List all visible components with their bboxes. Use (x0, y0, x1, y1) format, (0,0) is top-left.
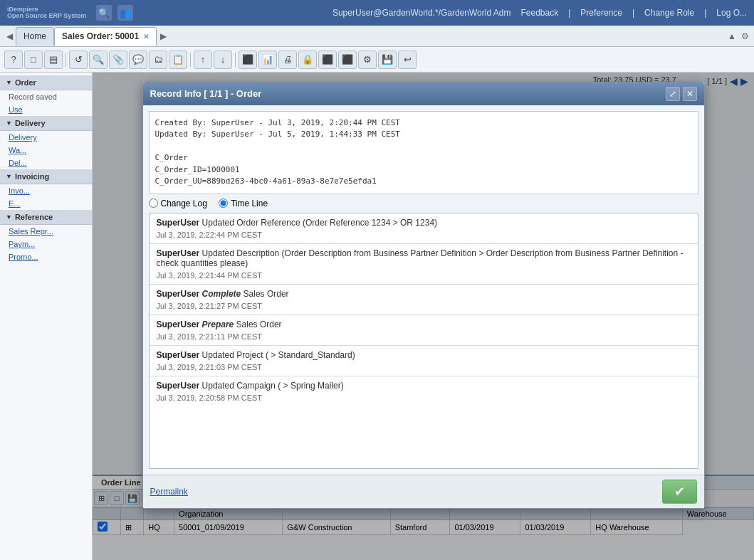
permalink-link[interactable]: Permalink (150, 487, 188, 497)
archive-button[interactable]: 🗂 (149, 51, 167, 69)
undo-button[interactable]: ↩ (398, 51, 417, 69)
section-delivery[interactable]: Delivery (0, 116, 92, 131)
modal-close-button[interactable]: ✕ (683, 87, 697, 101)
preference-link[interactable]: Preference (580, 8, 622, 18)
sidebar: Order Record saved Use Delivery Delivery… (0, 73, 93, 560)
search-icon[interactable]: 🔍 (96, 5, 112, 21)
find-button[interactable]: 🔍 (89, 51, 108, 69)
history-button[interactable]: 📋 (169, 51, 187, 69)
radio-time-line-input[interactable] (219, 199, 228, 208)
tab-right-arrow[interactable]: ▶ (157, 30, 169, 43)
feedback-link[interactable]: Feedback (520, 8, 558, 18)
ok-button[interactable]: ✔ (662, 480, 697, 504)
app-tagline: Open Source ERP System (7, 13, 86, 19)
event-item-1: SuperUser Updated Description (Order Des… (150, 244, 698, 285)
tab-sales-order[interactable]: Sales Order: 50001 ✕ (54, 27, 157, 46)
chart-button[interactable]: 📊 (258, 51, 277, 69)
user-info: SuperUser@GardenWorld.*/GardenWorld Adm (333, 8, 511, 18)
modal-maximize-button[interactable]: ⤢ (666, 87, 680, 101)
modal-header: Record Info [ 1/1 ] - Order ⤢ ✕ (143, 83, 704, 105)
chat-button[interactable]: 💬 (129, 51, 147, 69)
import-button[interactable]: ⬛ (338, 51, 357, 69)
payment-link[interactable]: Paym... (0, 238, 92, 250)
record-saved-label: Record saved (0, 90, 92, 103)
tab-bar: ◀ Home Sales Order: 50001 ✕ ▶ ▲ ⚙ (0, 26, 754, 47)
radio-change-log-input[interactable] (149, 199, 158, 208)
event-action-0: Updated Order Reference (Order Reference… (202, 218, 438, 228)
delivery2-link[interactable]: Del... (0, 157, 92, 169)
tab-close-icon[interactable]: ✕ (143, 33, 149, 41)
event-action-2: Complete Sales Order (202, 289, 289, 299)
tab-nav-up[interactable]: ▲ (726, 30, 738, 43)
radio-time-line[interactable]: Time Line (219, 199, 268, 208)
event-action-5: Updated Campaign ( > Spring Mailer) (202, 381, 344, 391)
main-toolbar: ? □ ▤ ↺ 🔍 📎 💬 🗂 📋 ↑ ↓ ⬛ 📊 🖨 🔒 ⬛ ⬛ ⚙ 💾 ↩ (0, 47, 754, 73)
window-settings-icon[interactable]: ⚙ (738, 30, 751, 43)
section-invoicing[interactable]: Invoicing (0, 169, 92, 184)
event-detail-4: Project ( > Standard_Standard) (236, 350, 355, 360)
section-order[interactable]: Order (0, 75, 92, 90)
event-action-1: Updated Description (Order Description f… (157, 248, 684, 268)
event-user-2: SuperUser (157, 289, 200, 299)
warehouse-link[interactable]: Wa... (0, 144, 92, 157)
event-user-5: SuperUser (157, 381, 200, 391)
print-button[interactable]: 🖨 (278, 51, 297, 69)
prev-button[interactable]: ↑ (194, 51, 212, 69)
section-invoicing-label: Invoicing (15, 172, 49, 181)
app-logo: iDempiere Open Source ERP System (7, 6, 86, 19)
detail-button[interactable]: ⬛ (239, 51, 257, 69)
sales-rep-link[interactable]: Sales Repr... (0, 225, 92, 238)
tab-sales-order-label: Sales Order: 50001 (62, 31, 139, 41)
event-time-3: Jul 3, 2019, 2:21:11 PM CEST (157, 332, 691, 341)
toolbar-separator-2 (190, 53, 191, 67)
event-time-5: Jul 3, 2019, 2:20:58 PM CEST (157, 393, 691, 402)
event-item-2: SuperUser Complete Sales Order Jul 3, 20… (150, 285, 698, 315)
radio-change-log-label: Change Log (161, 199, 207, 208)
new-button[interactable]: □ (24, 51, 43, 69)
event-user-1: SuperUser (157, 248, 200, 258)
main-area: Order Record saved Use Delivery Delivery… (0, 73, 754, 560)
modal-header-buttons: ⤢ ✕ (666, 87, 697, 101)
section-delivery-label: Delivery (15, 119, 46, 127)
event-item-5: SuperUser Updated Campaign ( > Spring Ma… (150, 376, 698, 406)
content-area: [ 1/1 ] ◀ ▶ Total: 23.75 USD = 23.7... O… (93, 73, 754, 560)
save-button[interactable]: 💾 (378, 51, 397, 69)
lock-button[interactable]: 🔒 (298, 51, 317, 69)
invoice-link[interactable]: Invo... (0, 184, 92, 197)
event-detail-1: Description (Order Description from Busi… (157, 248, 684, 268)
record-info-modal: Record Info [ 1/1 ] - Order ⤢ ✕ Created … (142, 82, 705, 509)
help-button[interactable]: ? (4, 51, 23, 69)
settings-button[interactable]: ⚙ (358, 51, 377, 69)
use-link[interactable]: Use (0, 103, 92, 116)
section-order-label: Order (15, 78, 36, 87)
promo-link[interactable]: Promo... (0, 250, 92, 263)
logout-link[interactable]: Log O... (716, 8, 747, 18)
radio-change-log[interactable]: Change Log (149, 199, 207, 208)
modal-info-pre: Created By: SuperUser - Jul 3, 2019, 2:2… (155, 117, 692, 188)
export-button[interactable]: ⬛ (318, 51, 337, 69)
refresh-button[interactable]: ↺ (69, 51, 88, 69)
grid-button[interactable]: ▤ (44, 51, 63, 69)
event-user-3: SuperUser (157, 319, 200, 329)
event-item-4: SuperUser Updated Project ( > Standard_S… (150, 346, 698, 376)
event-detail-5: Campaign ( > Spring Mailer) (236, 381, 343, 391)
email-link[interactable]: E... (0, 197, 92, 210)
users-icon[interactable]: 👥 (117, 5, 133, 21)
change-role-link[interactable]: Change Role (644, 8, 694, 18)
tab-home-label: Home (23, 31, 46, 41)
modal-events-list[interactable]: SuperUser Updated Order Reference (Order… (149, 213, 698, 469)
event-detail-0: Order Reference (Order Reference 1234 > … (236, 218, 437, 228)
event-action-4: Updated Project ( > Standard_Standard) (202, 350, 355, 360)
section-reference[interactable]: Reference (0, 210, 92, 225)
event-time-1: Jul 3, 2019, 2:21:44 PM CEST (157, 271, 691, 280)
tab-left-arrow[interactable]: ◀ (3, 30, 16, 43)
event-item-3: SuperUser Prepare Sales Order Jul 3, 201… (150, 315, 698, 346)
radio-time-line-label: Time Line (231, 199, 268, 208)
event-action-3: Prepare Sales Order (202, 319, 282, 329)
ok-checkmark-icon: ✔ (674, 484, 685, 500)
delivery-link[interactable]: Delivery (0, 131, 92, 144)
next-button[interactable]: ↓ (214, 51, 232, 69)
attach-button[interactable]: 📎 (109, 51, 127, 69)
tab-home[interactable]: Home (16, 27, 54, 46)
event-time-0: Jul 3, 2019, 2:22:44 PM CEST (157, 231, 691, 239)
